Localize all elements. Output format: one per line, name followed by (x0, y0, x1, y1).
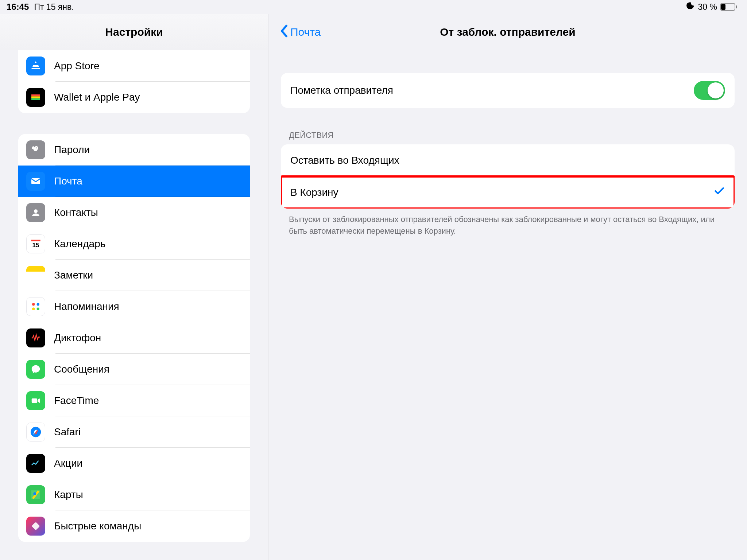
notes-icon (26, 266, 45, 285)
status-date: Пт 15 янв. (34, 2, 74, 12)
sidebar-item-safari[interactable]: Safari (18, 416, 250, 448)
sidebar-item-label: Календарь (54, 238, 105, 250)
sidebar-item-label: Сообщения (54, 363, 109, 375)
toggle-mark-sender[interactable] (694, 81, 725, 100)
svg-rect-5 (31, 98, 40, 100)
mail-icon (26, 172, 45, 191)
group-actions: ДЕЙСТВИЯ Оставить во Входящих В Корзину … (281, 131, 735, 237)
svg-rect-2 (736, 5, 737, 8)
svg-rect-4 (31, 96, 40, 98)
sidebar-item-label: Быстрые команды (54, 520, 141, 532)
messages-icon (26, 360, 45, 379)
option-move-to-trash[interactable]: В Корзину (281, 176, 735, 209)
sidebar-group-store: App Store Wallet и Apple Pay (18, 50, 250, 113)
contacts-icon (26, 203, 45, 222)
svg-text:15: 15 (32, 242, 39, 249)
maps-icon (26, 485, 45, 504)
sidebar-item-label: Контакты (54, 207, 98, 218)
battery-percentage: 30 % (698, 2, 717, 12)
sidebar-item-stocks[interactable]: Акции (18, 448, 250, 479)
sidebar-group-apps: Пароли Почта Контакты 15 (18, 134, 250, 542)
detail-header: Почта От заблок. отправителей (268, 14, 747, 50)
svg-rect-3 (31, 94, 40, 96)
group-footer-actions: Выпуски от заблокированных отправителей … (281, 209, 735, 237)
sidebar-item-label: FaceTime (54, 395, 99, 407)
sidebar-item-label: Напоминания (54, 301, 119, 312)
sidebar-item-label: App Store (54, 60, 100, 72)
group-header-actions: ДЕЙСТВИЯ (281, 131, 735, 144)
option-label: В Корзину (290, 187, 338, 198)
sidebar-item-shortcuts[interactable]: Быстрые команды (18, 510, 250, 542)
svg-point-10 (32, 303, 35, 306)
detail-pane: Почта От заблок. отправителей Пометка от… (268, 14, 747, 560)
appstore-icon (26, 57, 45, 75)
group-mark-sender: Пометка отправителя (281, 73, 735, 108)
sidebar-item-voicememos[interactable]: Диктофон (18, 322, 250, 354)
battery-icon (720, 3, 738, 11)
sidebar-item-reminders[interactable]: Напоминания (18, 291, 250, 322)
sidebar-item-label: Safari (54, 426, 81, 438)
row-mark-sender[interactable]: Пометка отправителя (281, 73, 735, 108)
key-icon (26, 140, 45, 159)
chevron-left-icon (279, 24, 288, 40)
back-label: Почта (290, 26, 321, 38)
sidebar-item-appstore[interactable]: App Store (18, 50, 250, 82)
settings-sidebar: Настройки App Store Wallet и Apple Pay (0, 14, 268, 560)
sidebar-item-label: Пароли (54, 144, 90, 156)
option-label: Оставить во Входящих (290, 155, 399, 166)
sidebar-item-wallet[interactable]: Wallet и Apple Pay (18, 82, 250, 113)
svg-point-12 (32, 308, 35, 311)
voicememos-icon (26, 328, 45, 347)
sidebar-item-label: Wallet и Apple Pay (54, 92, 140, 103)
sidebar-item-calendar[interactable]: 15 Календарь (18, 228, 250, 260)
svg-point-16 (33, 492, 36, 495)
reminders-icon (26, 297, 45, 316)
sidebar-item-label: Карты (54, 489, 83, 501)
sidebar-item-contacts[interactable]: Контакты (18, 197, 250, 228)
sidebar-item-label: Почта (54, 175, 82, 187)
sidebar-item-maps[interactable]: Карты (18, 479, 250, 510)
sidebar-item-passwords[interactable]: Пароли (18, 134, 250, 166)
detail-title: От заблок. отправителей (268, 26, 747, 38)
svg-point-7 (34, 209, 38, 213)
sidebar-item-notes[interactable]: Заметки (18, 260, 250, 291)
sidebar-scroll[interactable]: App Store Wallet и Apple Pay Пароли (0, 50, 268, 560)
safari-icon (26, 423, 45, 442)
svg-rect-17 (31, 522, 40, 530)
option-leave-in-inbox[interactable]: Оставить во Входящих (281, 144, 735, 176)
svg-point-11 (37, 303, 40, 306)
svg-rect-1 (721, 4, 725, 10)
checkmark-icon (713, 185, 725, 200)
wallet-icon (26, 88, 45, 107)
sidebar-item-label: Заметки (54, 269, 93, 281)
sidebar-item-label: Диктофон (54, 332, 101, 344)
status-bar: 16:45 Пт 15 янв. 30 % (0, 0, 747, 14)
sidebar-item-facetime[interactable]: FaceTime (18, 385, 250, 416)
svg-point-13 (37, 308, 40, 311)
svg-rect-14 (32, 398, 37, 403)
svg-rect-8 (31, 240, 40, 241)
sidebar-item-label: Акции (54, 458, 82, 469)
sidebar-item-mail[interactable]: Почта (18, 166, 250, 197)
stocks-icon (26, 454, 45, 473)
row-label: Пометка отправителя (290, 85, 393, 96)
calendar-icon: 15 (26, 234, 45, 253)
back-button[interactable]: Почта (279, 24, 321, 40)
facetime-icon (26, 391, 45, 410)
status-time: 16:45 (7, 2, 29, 12)
do-not-disturb-icon (686, 1, 695, 13)
sidebar-item-messages[interactable]: Сообщения (18, 354, 250, 385)
sidebar-title: Настройки (0, 14, 268, 50)
shortcuts-icon (26, 517, 45, 536)
